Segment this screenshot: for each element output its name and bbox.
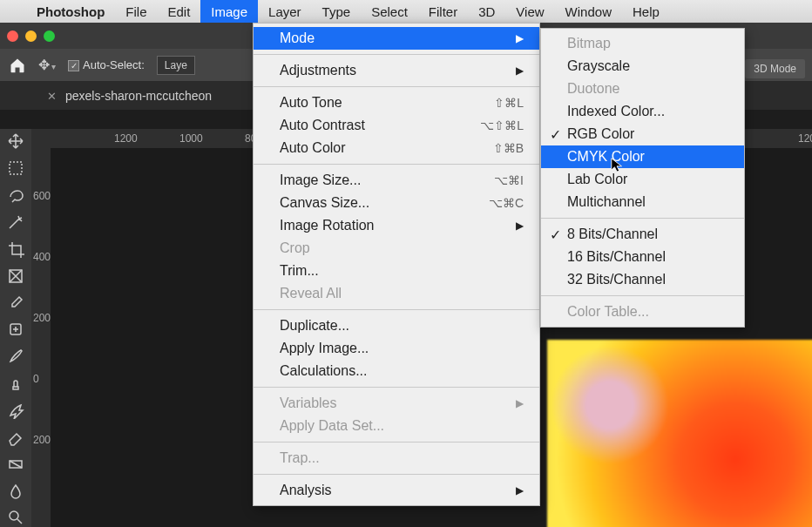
app-name[interactable]: Photoshop [26,4,115,19]
menu-image[interactable]: Image [200,0,258,23]
dodge-tool[interactable] [4,509,27,527]
menu-view[interactable]: View [505,0,554,23]
checkmark-icon: ✓ [550,126,561,143]
mode-menu-multichannel[interactable]: Multichannel [541,191,744,213]
image-menu-auto-contrast[interactable]: Auto Contrast⌥⇧⌘L [254,114,539,137]
shortcut-label: ⌥⇧⌘L [449,118,524,132]
ruler-tick: 0 [33,373,39,385]
frame-tool[interactable] [4,267,27,285]
3d-mode-button[interactable]: 3D Mode [745,59,805,78]
zoom-window-button[interactable] [44,30,55,42]
shortcut-label: ⇧⌘L [463,96,524,110]
image-menu-crop: Crop [254,237,539,260]
crop-tool[interactable] [4,240,27,258]
image-menu-apply-image[interactable]: Apply Image... [254,337,539,360]
submenu-arrow-icon: ▶ [484,32,524,44]
menu-item-label: Analysis [280,483,332,498]
submenu-arrow-icon: ▶ [484,484,524,497]
image-menu-canvas-size[interactable]: Canvas Size...⌥⌘C [254,192,539,214]
mode-submenu-dropdown: BitmapGrayscaleDuotoneIndexed Color...✓R… [540,28,745,328]
menu-separator [254,164,539,165]
image-menu-auto-color[interactable]: Auto Color⇧⌘B [254,137,539,159]
image-menu-calculations[interactable]: Calculations... [254,360,539,382]
auto-select-label: Auto-Select: [83,58,145,71]
gradient-tool[interactable] [4,455,27,473]
mode-menu-grayscale[interactable]: Grayscale [541,55,744,78]
stamp-tool[interactable] [4,375,27,393]
wand-tool[interactable] [4,213,27,232]
shortcut-label: ⌥⌘C [457,196,524,210]
menu-separator [254,309,539,310]
menu-item-label: 8 Bits/Channel [567,226,658,242]
heal-tool[interactable] [4,321,27,339]
mode-menu-color-table: Color Table... [541,301,744,323]
mode-menu-32-bits-channel[interactable]: 32 Bits/Channel [541,268,744,291]
ruler-tick: 200 [33,434,51,446]
menu-help[interactable]: Help [622,0,670,23]
mode-menu-rgb-color[interactable]: ✓RGB Color [541,123,744,145]
move-tool-indicator[interactable]: ✥▾ [38,57,56,73]
mac-menubar: Photoshop FileEditImageLayerTypeSelectFi… [0,0,812,23]
move-tool[interactable] [4,132,27,151]
image-menu-image-size[interactable]: Image Size...⌥⌘I [254,169,539,192]
document-tab[interactable]: pexels-sharon-mccutcheon [65,89,212,103]
menu-item-label: 16 Bits/Channel [567,249,666,265]
menu-file[interactable]: File [115,0,157,23]
menu-item-label: Duplicate... [280,318,349,334]
image-menu-image-rotation[interactable]: Image Rotation▶ [254,214,539,237]
mode-menu-lab-color[interactable]: Lab Color [541,168,744,191]
image-menu-auto-tone[interactable]: Auto Tone⇧⌘L [254,91,539,114]
image-menu-trim[interactable]: Trim... [254,260,539,282]
chevron-down-icon: ▾ [51,62,56,71]
menu-item-label: 32 Bits/Channel [567,272,666,287]
image-menu-variables: Variables▶ [254,392,539,415]
menu-3d[interactable]: 3D [468,0,505,23]
mode-menu-indexed-color[interactable]: Indexed Color... [541,100,744,123]
eraser-tool[interactable] [4,428,27,446]
tool-palette [0,129,31,527]
menu-separator [254,442,539,443]
menu-item-label: Lab Color [567,172,627,187]
menu-select[interactable]: Select [361,0,418,23]
menu-separator [541,218,744,219]
marquee-tool[interactable] [4,159,27,178]
close-tab-icon[interactable]: ✕ [47,90,57,103]
menu-item-label: Canvas Size... [280,195,369,211]
menu-item-label: Apply Data Set... [280,418,384,434]
blur-tool[interactable] [4,482,27,500]
image-menu-duplicate[interactable]: Duplicate... [254,314,539,337]
mode-menu-8-bits-channel[interactable]: ✓8 Bits/Channel [541,223,744,246]
menu-filter[interactable]: Filter [418,0,468,23]
image-menu-reveal-all: Reveal All [254,282,539,305]
menu-type[interactable]: Type [312,0,362,23]
menu-separator [254,54,539,55]
history-tool[interactable] [4,402,27,420]
menu-layer[interactable]: Layer [258,0,312,23]
move-icon: ✥ [38,57,50,72]
menu-item-label: CMYK Color [567,149,645,165]
menu-window[interactable]: Window [555,0,622,23]
menu-item-label: Trap... [280,450,320,466]
menu-edit[interactable]: Edit [158,0,201,23]
checkbox-checked-icon[interactable]: ✓ [68,60,79,71]
menu-item-label: Multichannel [567,194,646,210]
menu-separator [254,387,539,388]
shortcut-label: ⇧⌘B [462,141,524,155]
lasso-tool[interactable] [4,186,27,205]
mode-menu-duotone: Duotone [541,78,744,100]
home-icon[interactable] [9,57,26,74]
auto-select-option[interactable]: ✓Auto-Select: [68,58,145,71]
image-menu-mode[interactable]: Mode▶ [254,27,539,50]
eyedropper-tool[interactable] [4,294,27,312]
close-window-button[interactable] [7,30,18,42]
image-menu-adjustments[interactable]: Adjustments▶ [254,59,539,82]
menu-item-label: Image Size... [280,172,361,188]
menu-item-label: Duotone [567,81,620,97]
brush-tool[interactable] [4,348,27,366]
menu-item-label: Bitmap [567,36,611,51]
layer-group-dropdown[interactable]: Laye [157,56,195,75]
image-menu-analysis[interactable]: Analysis▶ [254,479,539,502]
mode-menu-16-bits-channel[interactable]: 16 Bits/Channel [541,246,744,268]
mode-menu-cmyk-color[interactable]: CMYK Color [541,145,744,168]
minimize-window-button[interactable] [25,30,37,42]
